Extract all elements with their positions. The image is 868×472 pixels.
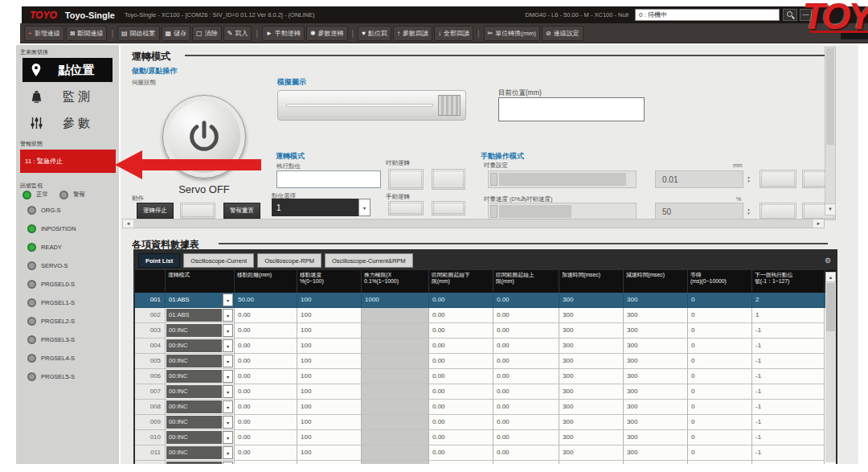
table-row[interactable]: 00700:INC▾0.001000.000.003003000-1 <box>135 384 836 400</box>
app-window: TOYO Toyo-Single Toyo-Single - XC100 - [… <box>0 0 868 472</box>
machine-status-field[interactable]: 0 : 待機中 <box>635 9 780 21</box>
toolbar-button-clear[interactable]: ▢清除 <box>192 26 222 41</box>
point-select-dropdown-button[interactable]: ▾ <box>358 199 371 216</box>
mode-value: 01:ABS <box>166 309 222 322</box>
toolbar-button-write[interactable]: ✎寫入 <box>223 26 252 41</box>
scroll-right-button[interactable]: ► <box>813 220 824 228</box>
main-panel: 運轉模式 做動/原點操作 伺服狀態 Servo OFF 動作 運轉停止 警報重置… <box>121 45 858 464</box>
new-connection-icon: + <box>28 30 32 37</box>
tab-point-list[interactable]: Point List <box>138 253 180 268</box>
table-row[interactable]: 00201:ABS▾0.001000.000.0030030001 <box>135 308 836 323</box>
speed-disabled-button-1[interactable] <box>760 203 796 220</box>
manual-minus-button[interactable] <box>388 201 424 215</box>
toolbar-button-manual-run[interactable]: ►手動運轉 <box>262 26 305 41</box>
table-row[interactable]: 00300:INC▾0.001000.000.003003000-1 <box>135 323 836 339</box>
cell <box>362 323 429 339</box>
table-row[interactable]: 00400:INC▾0.001000.000.003003000-1 <box>135 339 836 354</box>
actuator-graphic <box>277 90 466 121</box>
speed-slider[interactable] <box>488 203 637 220</box>
mode-dropdown-button[interactable]: ▾ <box>223 400 233 413</box>
signal-indicator: PRGSEL1-S <box>27 297 76 308</box>
sidebar-item-label: 監 測 <box>45 89 108 105</box>
toolbar-button-label: 參數回讀 <box>403 29 428 38</box>
table-row[interactable]: 01000:INC▾0.001000.000.003003000-1 <box>135 430 836 445</box>
toolbar-button-open-file[interactable]: ▤開啟檔案 <box>117 26 160 41</box>
tab-oscilloscope-current-rpm[interactable]: Oscilloscope-Current&RPM <box>325 253 413 268</box>
sidebar-item-monitor[interactable]: 監 測 <box>23 84 113 109</box>
gear-icon[interactable]: ⚙ <box>825 257 831 265</box>
increment-disabled-button-1[interactable] <box>760 170 796 188</box>
indicator-off-icon <box>27 298 36 307</box>
cell: 0.00 <box>429 430 493 445</box>
mode-dropdown-button[interactable]: ▾ <box>223 462 233 464</box>
point-select-dropdown[interactable]: 1 <box>272 199 358 216</box>
mode-dropdown-button[interactable]: ▾ <box>223 324 233 337</box>
table-scroll-up-button[interactable]: ▲ <box>825 272 836 282</box>
toolbar-button-new-connection[interactable]: +新增連線 <box>24 26 64 41</box>
scrollbar-thumb[interactable] <box>826 48 834 145</box>
alarm-reset-button[interactable]: 警報重置 <box>223 203 260 219</box>
manual-plus-button[interactable] <box>432 201 465 215</box>
sidebar-item-parameters[interactable]: 參 數 <box>23 111 113 135</box>
mode-dropdown-button[interactable]: ▾ <box>223 339 233 352</box>
table-row[interactable]: 01100:INC▾0.001000.000.003003000-1 <box>135 445 836 461</box>
cell: -1 <box>752 415 825 430</box>
mode-dropdown-button[interactable]: ▾ <box>223 309 233 322</box>
jog-plus-button[interactable] <box>432 169 465 190</box>
toolbar-button-connection-settings[interactable]: ⊘連線設定 <box>542 26 583 41</box>
indicator-off-icon <box>27 317 36 326</box>
signal-indicator: PRGSEL2-S <box>27 315 76 326</box>
table-row[interactable]: 00600:INC▾0.001000.000.003003000-1 <box>135 369 836 384</box>
vertical-scrollbar[interactable]: ▼ <box>825 47 836 215</box>
sidebar-item-point-position[interactable]: 點位置 <box>23 58 113 82</box>
mode-dropdown-button[interactable]: ▾ <box>223 416 233 429</box>
mode-dropdown-button[interactable]: ▾ <box>223 370 233 383</box>
table-row[interactable]: 00500:INC▾0.001000.000.003003000-1 <box>135 354 836 369</box>
cell: 100 <box>297 445 362 461</box>
current-position-field[interactable] <box>498 97 645 121</box>
column-header: 運轉模式 <box>166 270 235 293</box>
toolbar-button-point-write[interactable]: ♥點位寫 <box>358 26 391 41</box>
table-row[interactable]: 00900:INC▾0.001000.000.003003000-1 <box>135 415 836 430</box>
mode-dropdown-button[interactable]: ▾ <box>223 431 233 444</box>
toolbar-button-label: 儲存 <box>174 29 186 38</box>
disabled-action-button[interactable] <box>180 203 215 219</box>
tab-oscilloscope-rpm[interactable]: Oscilloscope-RPM <box>257 253 321 268</box>
increment-value-field[interactable]: 0.01 <box>655 170 743 188</box>
table-row[interactable]: 00800:INC▾0.001000.000.003003000-1 <box>135 400 836 415</box>
cell: 300 <box>559 415 624 430</box>
cell: 300 <box>624 400 688 415</box>
search-button[interactable] <box>783 9 797 21</box>
mode-dropdown-button[interactable]: ▾ <box>223 355 233 367</box>
run-stop-button[interactable]: 運轉停止 <box>137 203 174 219</box>
toolbar-button-save[interactable]: ▦儲存 <box>162 26 191 41</box>
toolbar-button-unit-convert[interactable]: ✂單位轉換(mm) <box>484 26 540 41</box>
tab-oscilloscope-current[interactable]: Oscilloscope-Current <box>183 253 254 268</box>
toolbar-button-param-readback[interactable]: ↑參數回讀 <box>393 26 432 41</box>
table-scrollbar-thumb[interactable] <box>826 283 835 331</box>
table-vertical-scrollbar[interactable]: ▲ <box>825 272 836 462</box>
toolbar-button-label: 斷開連線 <box>77 29 103 38</box>
alarm-status-banner[interactable]: 11 : 緊急停止 <box>20 150 116 173</box>
scroll-down-button[interactable]: ▼ <box>825 203 835 215</box>
increment-slider[interactable] <box>488 170 637 188</box>
mode-dropdown-button[interactable]: ▾ <box>223 293 233 306</box>
signal-indicator: 正常 <box>23 189 48 200</box>
exec-point-field[interactable] <box>276 170 381 188</box>
signal-label: PRGSEL0-S <box>41 281 75 288</box>
cell <box>362 415 429 430</box>
toolbar-button-disconnect[interactable]: ⊠斷開連線 <box>66 26 108 41</box>
mode-dropdown-button[interactable]: ▾ <box>223 385 233 398</box>
cell: 300 <box>559 323 624 339</box>
speed-spinner[interactable]: ▴▾ <box>744 203 753 220</box>
toolbar-button-readback-all[interactable]: ↓全部回讀 <box>434 26 473 41</box>
table-row[interactable]: 01200:INC▾0.001000.000.003003000-1 <box>135 461 836 464</box>
jog-minus-button[interactable] <box>388 169 424 190</box>
scroll-left-button[interactable]: ◄ <box>123 220 133 228</box>
table-row[interactable]: 00101:ABS▾50.0010010000.000.0030030002 <box>135 293 836 308</box>
mode-dropdown-button[interactable]: ▾ <box>223 446 233 459</box>
horizontal-scrollbar[interactable]: ◄ ► <box>122 219 825 228</box>
speed-value-field[interactable]: 50 <box>655 203 743 220</box>
increment-spinner[interactable]: ▴▾ <box>744 170 753 188</box>
toolbar-button-param-run[interactable]: ✱參數運轉 <box>306 26 348 41</box>
